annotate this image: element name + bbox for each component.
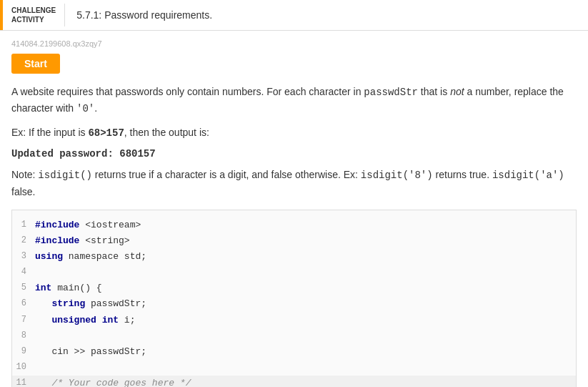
code-line: 10	[12, 360, 576, 376]
code-line: 7 unsigned int i;	[12, 313, 576, 328]
example-output: Updated password: 680157	[11, 148, 577, 160]
challenge-label: CHALLENGE ACTIVITY	[0, 0, 64, 30]
code-line: 2 #include <string>	[12, 233, 576, 249]
code-line: 5 int main() {	[12, 280, 576, 296]
note-text: Note: isdigit() returns true if a charac…	[11, 167, 577, 200]
submission-id: 414084.2199608.qx3zqy7	[11, 39, 577, 48]
description-text: A website requires that passwords only c…	[11, 84, 577, 117]
header-title: 5.7.1: Password requirements.	[64, 4, 224, 26]
code-editor: 1 #include <iostream> 2 #include <string…	[11, 210, 577, 387]
page-header: CHALLENGE ACTIVITY 5.7.1: Password requi…	[0, 0, 588, 31]
code-line-comment: 11 /* Your code goes here */	[12, 376, 576, 387]
code-line: 1 #include <iostream>	[12, 217, 576, 233]
code-line: 9 cin >> passwdStr;	[12, 344, 576, 360]
code-line: 8	[12, 328, 576, 344]
code-line: 4	[12, 265, 576, 280]
main-content: 414084.2199608.qx3zqy7 Start A website r…	[0, 31, 588, 387]
code-line: 6 string passwdStr;	[12, 296, 576, 312]
code-line: 3 using namespace std;	[12, 249, 576, 265]
start-button[interactable]: Start	[11, 54, 60, 74]
example-intro: Ex: If the input is 68>157, then the out…	[11, 124, 577, 141]
